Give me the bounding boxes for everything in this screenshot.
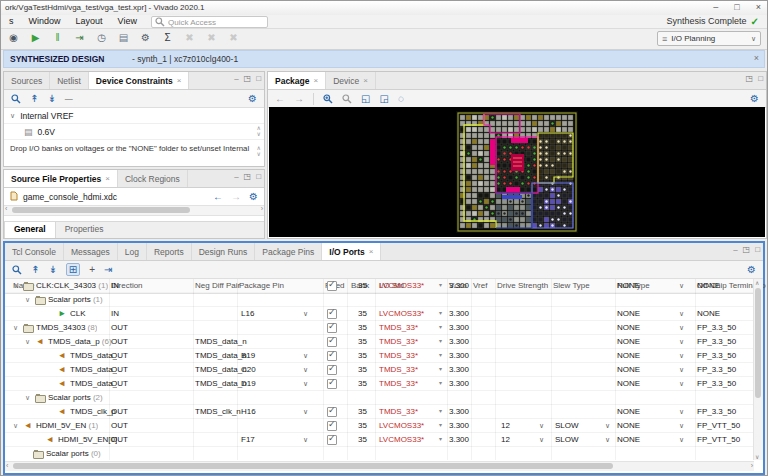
panel-float-icon[interactable]: ◳: [743, 245, 751, 254]
horizontal-scrollbar[interactable]: ‹ ›: [5, 461, 754, 471]
tree-expand-icon[interactable]: ∨: [13, 419, 18, 432]
fixed-checkbox[interactable]: ✓: [327, 435, 337, 445]
console-tab-design-runs[interactable]: Design Runs: [192, 243, 256, 260]
view-tab-device[interactable]: Device×: [326, 72, 376, 89]
dropdown-icon[interactable]: ▾: [439, 419, 442, 432]
scroll-right-icon[interactable]: ›: [261, 205, 263, 212]
panel-minimize-icon[interactable]: –: [234, 172, 238, 181]
forward-icon[interactable]: →: [231, 191, 241, 202]
view-tab-package[interactable]: Package×: [268, 72, 326, 89]
props-tab-source-file-properties[interactable]: Source File Properties×: [4, 170, 118, 187]
dropdown-icon[interactable]: ∨: [679, 321, 684, 334]
gear-icon[interactable]: ⚙: [249, 191, 258, 202]
close-tab-icon[interactable]: ×: [363, 76, 368, 85]
selected-file-row[interactable]: game_console_hdmi.xdc ← → ⚙: [4, 188, 264, 205]
dropdown-icon[interactable]: ▾: [439, 349, 442, 362]
zoom-fit-icon[interactable]: ◱: [361, 93, 370, 104]
io-port-row[interactable]: ◂TMDS_data_p[0]OUTTMDS_data_nD19∨✓35TMDS…: [5, 377, 754, 391]
tree-expand-icon[interactable]: ∨: [10, 112, 15, 120]
dropdown-icon[interactable]: ∨: [303, 363, 308, 376]
stop-disabled-icon[interactable]: ✖: [227, 31, 240, 45]
tree-expand-icon[interactable]: ∨: [13, 321, 18, 334]
gear-icon[interactable]: ⚙: [248, 93, 257, 104]
io-port-row[interactable]: ◂TMDS_clk_pOUTTMDS_clk_nH16∨✓35TMDS_33*▾…: [5, 405, 754, 419]
io-port-row[interactable]: ∨CLK:CLK_34303 (1)IN✓35LVCMOS33*▾3.300NO…: [5, 279, 754, 293]
dropdown-icon[interactable]: ▾: [439, 377, 442, 390]
dropdown-icon[interactable]: ∨: [303, 349, 308, 362]
fixed-checkbox[interactable]: ✓: [327, 407, 337, 417]
report-icon[interactable]: ▤: [117, 31, 130, 45]
props-subtab-properties[interactable]: Properties: [56, 222, 113, 238]
menu-item-view[interactable]: View: [118, 15, 137, 28]
scroll-left-icon[interactable]: ‹: [6, 462, 8, 469]
dropdown-icon[interactable]: ∨: [679, 307, 684, 320]
create-port-icon[interactable]: +: [89, 264, 95, 275]
dropdown-icon[interactable]: ∨: [679, 363, 684, 376]
fixed-checkbox[interactable]: ✓: [327, 379, 337, 389]
menu-item-window[interactable]: Window: [29, 15, 61, 28]
panel-maximize-icon[interactable]: □: [758, 74, 763, 83]
dropdown-icon[interactable]: ∨: [679, 349, 684, 362]
constraints-tab-netlist[interactable]: Netlist: [50, 72, 89, 89]
cancel-disabled-icon[interactable]: ✖: [183, 31, 196, 45]
zoom-out-icon[interactable]: [342, 94, 352, 104]
back-icon[interactable]: ←: [213, 191, 223, 202]
autofit-icon[interactable]: ◌: [398, 93, 404, 104]
io-port-row[interactable]: ∨Scalar ports (2): [5, 391, 754, 405]
panel-maximize-icon[interactable]: □: [755, 245, 760, 254]
schematic-icon[interactable]: ⇥: [104, 264, 112, 275]
io-port-row[interactable]: ∨Scalar ports (1): [5, 293, 754, 307]
fixed-checkbox[interactable]: ✓: [327, 323, 337, 333]
constraints-tab-sources[interactable]: Sources: [4, 72, 50, 89]
scroll-left-icon[interactable]: ‹: [5, 205, 7, 212]
search-icon[interactable]: [11, 94, 21, 104]
io-port-row[interactable]: Scalar ports (0): [5, 447, 754, 460]
dropdown-icon[interactable]: ∨: [303, 377, 308, 390]
panel-maximize-icon[interactable]: □: [256, 172, 261, 181]
close-tab-icon[interactable]: ×: [369, 247, 374, 256]
panel-float-icon[interactable]: ◳: [244, 74, 252, 83]
dropdown-icon[interactable]: ∨: [303, 405, 308, 418]
step-icon[interactable]: ⇥: [73, 31, 86, 45]
vref-group-row[interactable]: ∨ Internal VREF: [4, 108, 264, 124]
group-by-interface-icon[interactable]: ⊞: [66, 263, 80, 276]
scroll-up-icon[interactable]: ∧: [755, 279, 759, 286]
dropdown-icon[interactable]: ∨: [679, 279, 684, 292]
props-subtab-general[interactable]: General: [4, 222, 56, 238]
banner-close-icon[interactable]: ×: [754, 53, 759, 63]
quick-access-input[interactable]: Quick Access: [151, 16, 268, 28]
dropdown-icon[interactable]: ▾: [439, 363, 442, 376]
collapse-all-icon[interactable]: ↟: [30, 93, 38, 104]
vertical-scrollbar[interactable]: ∧ ∨: [753, 279, 763, 460]
fixed-checkbox[interactable]: ✓: [327, 365, 337, 375]
dropdown-icon[interactable]: ∨: [679, 335, 684, 348]
layout-selector-dropdown[interactable]: ≡ I/O Planning ∨: [657, 31, 761, 46]
scroll-spinner-icon[interactable]: ∧∨: [257, 125, 261, 137]
fixed-checkbox[interactable]: ✓: [327, 309, 337, 319]
scroll-right-icon[interactable]: ›: [751, 462, 753, 469]
zoom-in-icon[interactable]: [323, 94, 333, 104]
search-icon[interactable]: [12, 265, 22, 275]
dropdown-icon[interactable]: ▾: [439, 307, 442, 320]
console-tab-tcl-console[interactable]: Tcl Console: [5, 243, 64, 260]
dashboard-icon[interactable]: ◉: [7, 31, 20, 45]
redo-disabled-icon[interactable]: ✖: [205, 31, 218, 45]
tree-expand-icon[interactable]: ∨: [25, 391, 30, 404]
dropdown-icon[interactable]: ∨: [605, 433, 610, 446]
tree-expand-icon[interactable]: ∨: [25, 335, 30, 348]
dropdown-icon[interactable]: ∨: [539, 433, 544, 446]
dropdown-icon[interactable]: ∨: [605, 419, 610, 432]
run-icon[interactable]: ▶: [29, 31, 42, 45]
expand-all-icon[interactable]: ↡: [47, 93, 55, 104]
console-tab-log[interactable]: Log: [118, 243, 147, 260]
constraints-tab-device-constraints[interactable]: Device Constraints×: [89, 72, 190, 89]
io-port-row[interactable]: ∨◂HDMI_5V_EN (1)OUT✓35LVCMOS33*▾3.30012∨…: [5, 419, 754, 433]
package-view-canvas[interactable]: [269, 107, 765, 237]
scroll-down-icon[interactable]: ∨: [755, 453, 759, 460]
vref-value-row[interactable]: ▤ 0.6V ∧∨: [4, 124, 264, 140]
gear-icon[interactable]: ⚙: [750, 93, 759, 104]
scrollbar-thumb[interactable]: [12, 207, 190, 213]
io-port-row[interactable]: ◂TMDS_data_p[1]OUTTMDS_data_nC20∨✓35TMDS…: [5, 363, 754, 377]
dropdown-icon[interactable]: ▾: [439, 405, 442, 418]
remove-icon[interactable]: —: [65, 94, 73, 103]
